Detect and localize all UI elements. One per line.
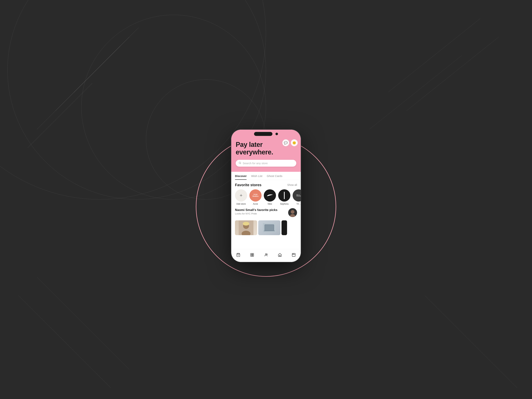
- svg-rect-23: [251, 253, 252, 254]
- svg-point-28: [267, 254, 267, 254]
- store-nike[interactable]: Nike: [264, 189, 276, 205]
- store-add[interactable]: + Add store: [235, 189, 247, 205]
- favorite-stores-header: Favorite stores Show all: [231, 183, 301, 189]
- profile-button[interactable]: 🙂: [291, 139, 298, 146]
- notch-camera: [275, 133, 278, 135]
- phone-frame: 💬 🙂 Pay later everywhere. Search for any…: [231, 129, 301, 262]
- net-a-text: NET-APORTER: [297, 194, 301, 196]
- svg-line-5: [406, 37, 499, 111]
- nike-circle: [264, 189, 276, 202]
- acne-circle: AcneStudios: [249, 189, 262, 202]
- plus-icon: +: [240, 192, 242, 198]
- svg-rect-25: [251, 255, 252, 256]
- store-sephora[interactable]: Sephora: [278, 189, 290, 205]
- search-placeholder-text: Search for any store: [243, 162, 268, 165]
- product-image-3: [282, 220, 287, 235]
- svg-point-13: [291, 210, 294, 214]
- acne-text: AcneStudios: [253, 194, 259, 197]
- hero-section: Pay later everywhere. Search for any sto…: [231, 130, 301, 172]
- svg-line-0: [55, 37, 129, 111]
- tab-ghost-cards[interactable]: Ghost Cards: [267, 172, 282, 180]
- add-store-label: Add store: [236, 203, 246, 205]
- phone-screen: 💬 🙂 Pay later everywhere. Search for any…: [231, 130, 301, 262]
- nav-home[interactable]: [278, 253, 282, 257]
- svg-point-18: [243, 222, 249, 226]
- net-circle: NET-APORTER: [293, 189, 301, 202]
- products-row: [231, 219, 301, 235]
- tab-wish-list[interactable]: Wish List: [251, 172, 262, 180]
- sephora-label: Sephora: [280, 203, 288, 205]
- nav-shop[interactable]: [236, 253, 240, 257]
- product-thumb-1[interactable]: [235, 220, 257, 235]
- svg-line-1: [37, 46, 120, 129]
- message-icon: 💬: [284, 141, 288, 145]
- profile-icon: 🙂: [292, 141, 296, 145]
- app-header-icons: 💬 🙂: [282, 139, 298, 146]
- message-button[interactable]: 💬: [282, 139, 289, 146]
- product-thumb-2[interactable]: [258, 220, 280, 235]
- add-store-circle: +: [235, 189, 247, 202]
- curator-info: Naomi Small's favorite picks Looks for N…: [235, 208, 288, 215]
- nike-label: Nike: [268, 203, 272, 205]
- nav-account[interactable]: [292, 253, 296, 257]
- nav-cards[interactable]: [250, 253, 254, 257]
- notch-pill: [254, 132, 272, 136]
- tab-discover[interactable]: Discover: [235, 172, 247, 180]
- svg-line-7: [19, 296, 111, 388]
- svg-line-8: [37, 277, 129, 369]
- svg-rect-29: [279, 255, 280, 256]
- sephora-circle: [278, 189, 290, 202]
- product-thumb-3[interactable]: [282, 220, 287, 235]
- svg-rect-24: [252, 253, 254, 254]
- product-image-2: [258, 220, 280, 235]
- search-icon: [239, 162, 241, 165]
- curator-name: Naomi Small's favorite picks: [235, 208, 288, 212]
- curator-section: Naomi Small's favorite picks Looks for N…: [231, 205, 301, 219]
- svg-line-9: [425, 296, 517, 388]
- search-bar[interactable]: Search for any store: [236, 160, 296, 167]
- svg-line-4: [388, 19, 480, 92]
- net-label: Ne...: [297, 203, 301, 205]
- bottom-nav: [231, 249, 301, 262]
- curator-avatar: [288, 208, 297, 217]
- show-all-link[interactable]: Show all: [287, 184, 297, 186]
- curator-row: Naomi Small's favorite picks Looks for N…: [235, 208, 297, 217]
- svg-line-3: [28, 83, 92, 148]
- svg-line-6: [369, 55, 462, 129]
- svg-rect-20: [265, 225, 274, 231]
- svg-line-11: [241, 163, 241, 164]
- tabs-section: Discover Wish List Ghost Cards: [231, 172, 301, 180]
- stores-row: + Add store AcneStudios Acne: [231, 189, 301, 205]
- product-image-1: [235, 220, 257, 235]
- svg-point-10: [239, 162, 241, 164]
- svg-rect-30: [292, 253, 295, 256]
- nav-discover[interactable]: [264, 253, 268, 257]
- svg-rect-26: [252, 255, 254, 256]
- phone-notch: [254, 132, 278, 136]
- svg-point-27: [265, 253, 266, 255]
- store-net[interactable]: NET-APORTER Ne...: [293, 189, 301, 205]
- svg-line-2: [74, 28, 139, 92]
- store-acne[interactable]: AcneStudios Acne: [249, 189, 262, 205]
- acne-label: Acne: [253, 203, 258, 205]
- curator-subtitle: Looks for NYC Pride: [235, 212, 288, 215]
- sephora-logo: [284, 192, 285, 199]
- svg-rect-21: [264, 231, 275, 231]
- favorite-stores-title: Favorite stores: [235, 183, 261, 187]
